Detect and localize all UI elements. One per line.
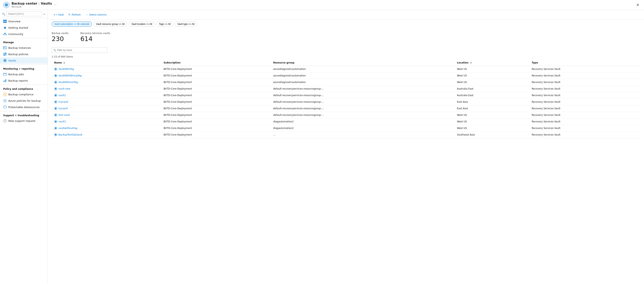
vault-name-link[interactable]: test-vault xyxy=(58,114,70,116)
cell-subscription: BVTD-Core-Deployment xyxy=(161,99,271,105)
sidebar-item-backup-compliance[interactable]: Backup compliance xyxy=(0,91,48,98)
sidebar-item-protectable-datasources[interactable]: Protectable datasources xyxy=(0,104,48,110)
close-button[interactable]: ✕ xyxy=(635,2,641,8)
filter-chip-location[interactable]: Vault location == All xyxy=(129,22,155,27)
sidebar-item-getting-started[interactable]: Getting started xyxy=(0,25,48,31)
vault-row-icon xyxy=(54,87,57,90)
vault-name-link[interactable]: tryvault xyxy=(58,107,68,110)
company-name: Microsoft xyxy=(12,6,52,8)
cell-resource-group: default-recoveryservices-resourcegroup-.… xyxy=(271,86,454,92)
vault-row-icon xyxy=(54,127,57,130)
backup-vaults-label: Backup vaults xyxy=(52,32,68,35)
vault-row-icon xyxy=(54,74,57,77)
vault-name-link[interactable]: VaultWithWrongTag xyxy=(58,74,82,77)
table-row: vault-new BVTD-Core-Deployment default-r… xyxy=(52,86,640,92)
svg-rect-24 xyxy=(4,106,6,108)
filters-bar: Vault subscription == 66 selectedVault r… xyxy=(48,20,644,29)
vault-name-link[interactable]: myvault xyxy=(58,101,68,103)
cell-name: BackupTestSQLVault xyxy=(52,132,161,138)
sidebar-item-backup-jobs[interactable]: Backup jobs xyxy=(0,71,48,77)
vault-name-link[interactable]: VaultWithTag xyxy=(58,68,74,71)
collapse-button[interactable]: « xyxy=(43,12,46,16)
cell-name: vault-new xyxy=(52,86,161,92)
vault-name-link[interactable]: vaultwithouttag xyxy=(58,127,77,130)
add-vault-label: + Vault xyxy=(56,13,64,16)
cell-resource-group: ... xyxy=(271,132,454,138)
svg-point-32 xyxy=(55,81,56,83)
filter-chip-type[interactable]: Vault type == All xyxy=(175,22,197,27)
new-support-request-icon: ? xyxy=(3,119,7,123)
cell-type: Recovery Services Vault xyxy=(529,73,640,79)
sidebar-item-backup-reports[interactable]: Backup reports xyxy=(0,77,48,84)
svg-point-6 xyxy=(4,34,4,35)
cell-name: vault1 xyxy=(52,92,161,99)
sidebar-item-new-support-request[interactable]: ? New support request xyxy=(0,118,48,124)
select-columns-icon: → xyxy=(86,13,88,16)
recovery-services-stat: Recovery Services vaults 614 xyxy=(80,32,110,43)
table-row: BackupTestSQLVault BVTD-Core-Deployment … xyxy=(52,132,640,138)
app-icon xyxy=(3,2,10,8)
table-row: vaultwithouttag BVTD-Core-Deployment dia… xyxy=(52,125,640,132)
cell-resource-group: default-recoveryservices-resourcegroup-.… xyxy=(271,105,454,112)
sidebar-item-overview[interactable]: Overview xyxy=(0,18,48,25)
table-row: tryvault BVTD-Core-Deployment default-re… xyxy=(52,105,640,112)
filter-by-name-input[interactable] xyxy=(52,47,107,53)
search-input[interactable] xyxy=(6,12,42,16)
azure-policies-icon xyxy=(3,99,7,103)
cell-location: Australia East xyxy=(454,86,529,92)
svg-point-5 xyxy=(4,33,6,34)
col-header-location[interactable]: Location ⇅ xyxy=(454,60,529,66)
vault-row-icon xyxy=(54,100,57,104)
col-header-type: Type xyxy=(529,60,640,66)
select-columns-button[interactable]: → Select columns xyxy=(84,12,108,17)
cell-type: Recovery Services Vault xyxy=(529,92,640,99)
cell-type: Recovery Services Vault xyxy=(529,112,640,118)
table-row: VaultWithTag BVTD-Core-Deployment azured… xyxy=(52,66,640,73)
backup-reports-icon xyxy=(3,79,7,82)
table-row: vault1 BVTD-Core-Deployment diagautomati… xyxy=(52,118,640,125)
sidebar-item-label: Backup policies xyxy=(8,53,28,56)
sidebar-item-backup-policies[interactable]: Backup policies xyxy=(0,51,48,57)
sidebar-item-backup-instances[interactable]: Backup instances xyxy=(0,45,48,51)
vault-name-link[interactable]: VaultWithoutTag xyxy=(58,81,78,84)
backup-policies-icon xyxy=(3,52,7,56)
add-vault-button[interactable]: + + Vault xyxy=(52,12,66,17)
backup-vaults-value: 230 xyxy=(52,35,68,43)
more-button[interactable]: ··· xyxy=(54,3,56,7)
title-separator: | xyxy=(38,2,40,5)
vault-name-link[interactable]: vault1 xyxy=(58,120,66,123)
sidebar-item-label: Backup compliance xyxy=(8,93,34,96)
cell-subscription: BVTD-Core-Deployment xyxy=(161,112,271,118)
cell-location: West US xyxy=(454,73,529,79)
vault-name-link[interactable]: vault1 xyxy=(58,94,66,97)
refresh-button[interactable]: ↻ Refresh xyxy=(66,12,83,17)
backup-jobs-icon xyxy=(3,73,7,76)
sidebar-item-label: New support request xyxy=(8,119,36,122)
content-area: + + Vault ↻ Refresh → Select columns Vau… xyxy=(48,10,644,284)
items-count: 1-15 of 844 items xyxy=(48,55,644,60)
manage-section-header: Manage xyxy=(0,39,48,45)
cell-subscription: BVTD-Core-Deployment xyxy=(161,92,271,99)
cell-location: Australia East xyxy=(454,92,529,99)
col-header-name[interactable]: Name ⇅ xyxy=(52,60,161,66)
cell-subscription: BVTD-Core-Deployment xyxy=(161,86,271,92)
top-bar: Backup center | Vaults Microsoft ··· ✕ xyxy=(0,0,644,10)
vault-row-icon xyxy=(54,81,57,84)
vault-row-icon xyxy=(54,94,57,97)
vault-name-link[interactable]: vault-new xyxy=(58,87,70,90)
select-columns-label: Select columns xyxy=(89,13,106,16)
filter-chip-resource-group[interactable]: Vault resource group == All xyxy=(94,22,127,27)
svg-rect-21 xyxy=(6,79,6,82)
sidebar-item-vaults[interactable]: Vaults xyxy=(0,57,48,64)
filter-chip-tags[interactable]: Tags == All xyxy=(156,22,173,27)
sidebar-item-label: Backup reports xyxy=(8,79,28,82)
cell-location: East Asia xyxy=(454,105,529,112)
sidebar-item-azure-policies[interactable]: Azure policies for backup xyxy=(0,98,48,104)
filter-chip-subscription[interactable]: Vault subscription == 66 selected xyxy=(52,22,92,27)
svg-point-42 xyxy=(55,114,56,116)
table-row: VaultWithoutTag BVTD-Core-Deployment azu… xyxy=(52,79,640,86)
vault-name-link[interactable]: BackupTestSQLVault xyxy=(58,133,82,136)
cell-location: East Asia xyxy=(454,99,529,105)
sidebar-item-community[interactable]: Community xyxy=(0,31,48,37)
page-title: Vaults xyxy=(41,2,52,5)
